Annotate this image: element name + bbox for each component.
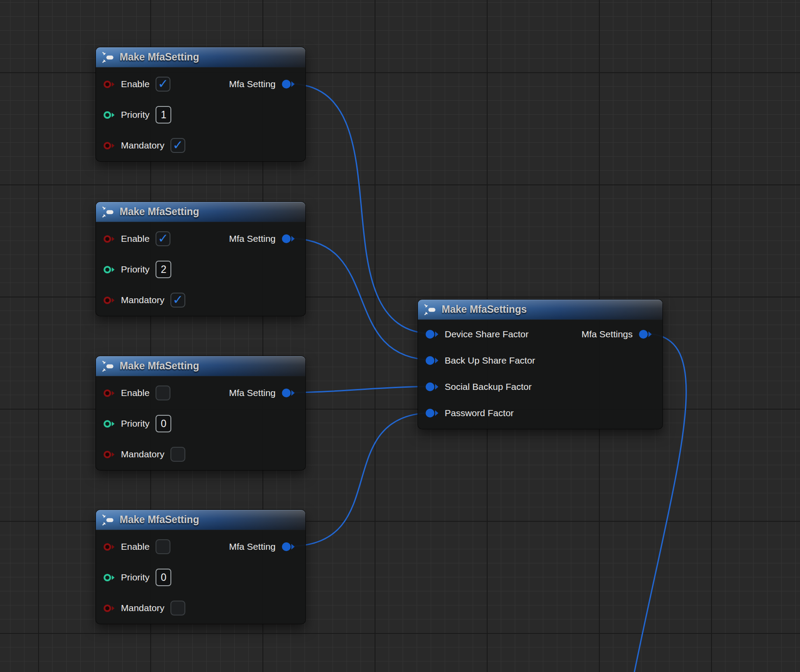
pin-label: Mfa Setting xyxy=(229,388,276,398)
bool-pin-icon-enable[interactable] xyxy=(103,234,115,244)
pin-label: Enable xyxy=(121,388,149,398)
input-pin-row-device-share-factor: Device Share Factor xyxy=(425,329,528,340)
bool-pin-icon-enable[interactable] xyxy=(103,389,115,398)
input-pin-row-mandatory: Mandatory xyxy=(103,601,185,615)
pin-label: Social Backup Factor xyxy=(445,382,531,392)
pin-label: Mandatory xyxy=(121,295,164,305)
input-pin-row-social-backup-factor: Social Backup Factor xyxy=(425,382,531,392)
struct-pin-icon-social-backup-factor[interactable] xyxy=(425,382,439,392)
node-title: Make MfaSetting xyxy=(120,360,199,372)
node-header-mfa-settings[interactable]: Make MfaSettings xyxy=(418,300,662,320)
struct-pin-icon-mfa-setting[interactable] xyxy=(281,541,295,552)
pin-label: Mfa Setting xyxy=(229,79,276,89)
pin-label: Priority xyxy=(121,264,149,275)
input-pin-row-priority: Priority0 xyxy=(103,415,171,432)
struct-pin-icon-password-factor[interactable] xyxy=(425,408,439,418)
pin-label: Password Factor xyxy=(445,408,514,418)
node-header-mfa-setting-1[interactable]: Make MfaSetting xyxy=(96,47,305,67)
checkmark-icon: ✓ xyxy=(158,232,168,245)
enable-checkbox[interactable]: ✓ xyxy=(156,77,170,92)
priority-value-field[interactable]: 0 xyxy=(156,569,171,586)
pin-label: Mfa Settings xyxy=(581,329,633,340)
bool-pin-icon-mandatory[interactable] xyxy=(103,296,115,305)
pin-label: Priority xyxy=(121,572,149,583)
int-pin-icon-priority[interactable] xyxy=(103,265,115,274)
output-pin-row-mfa-setting: Mfa Setting xyxy=(229,233,295,244)
blueprint-node-mfa-settings[interactable]: Make MfaSettingsDevice Share FactorBack … xyxy=(418,299,663,429)
wire-2[interactable] xyxy=(289,386,434,393)
mandatory-checkbox[interactable] xyxy=(170,601,185,615)
bool-pin-icon-mandatory[interactable] xyxy=(103,450,115,459)
bool-pin-icon-enable[interactable] xyxy=(103,80,115,89)
bool-pin-icon-enable[interactable] xyxy=(103,542,115,552)
node-title: Make MfaSettings xyxy=(442,304,527,315)
pin-label: Priority xyxy=(121,418,149,429)
wire-0[interactable] xyxy=(289,84,434,334)
priority-value-field[interactable]: 2 xyxy=(156,261,171,278)
pin-label: Device Share Factor xyxy=(445,329,528,340)
node-title: Make MfaSetting xyxy=(120,206,199,218)
pin-label: Mandatory xyxy=(121,603,164,613)
mandatory-checkbox[interactable]: ✓ xyxy=(170,293,185,308)
output-pin-row-mfa-setting: Mfa Setting xyxy=(229,79,295,89)
blueprint-node-mfa-setting-2[interactable]: Make MfaSettingEnable✓Priority2Mandatory… xyxy=(96,202,306,316)
input-pin-row-enable: Enable✓ xyxy=(103,77,170,92)
pin-label: Enable xyxy=(121,233,149,244)
node-header-mfa-setting-2[interactable]: Make MfaSetting xyxy=(96,202,305,222)
bool-pin-icon-mandatory[interactable] xyxy=(103,604,115,613)
pin-label: Back Up Share Factor xyxy=(445,355,535,366)
checkmark-icon: ✓ xyxy=(173,139,183,152)
node-header-mfa-setting-4[interactable]: Make MfaSetting xyxy=(96,510,305,530)
bool-pin-icon-mandatory[interactable] xyxy=(103,141,115,150)
pin-label: Mfa Setting xyxy=(229,541,276,552)
struct-pin-icon-mfa-setting[interactable] xyxy=(281,388,295,398)
node-header-mfa-setting-3[interactable]: Make MfaSetting xyxy=(96,356,305,376)
struct-pin-icon-device-share-factor[interactable] xyxy=(425,329,439,340)
output-pin-row-mfa-setting: Mfa Setting xyxy=(229,388,295,398)
blueprint-node-mfa-setting-3[interactable]: Make MfaSettingEnablePriority0MandatoryM… xyxy=(96,356,306,470)
make-struct-icon xyxy=(102,513,115,527)
blueprint-node-mfa-setting-4[interactable]: Make MfaSettingEnablePriority0MandatoryM… xyxy=(96,509,306,624)
node-title: Make MfaSetting xyxy=(120,51,199,63)
struct-pin-icon-mfa-setting[interactable] xyxy=(281,79,295,89)
input-pin-row-priority: Priority0 xyxy=(103,569,171,586)
blueprint-node-mfa-setting-1[interactable]: Make MfaSettingEnable✓Priority1Mandatory… xyxy=(96,47,306,162)
enable-checkbox[interactable] xyxy=(156,539,170,554)
pin-label: Mfa Setting xyxy=(229,233,276,244)
input-pin-row-priority: Priority1 xyxy=(103,106,171,124)
graph-canvas[interactable]: Make MfaSettingEnable✓Priority1Mandatory… xyxy=(0,0,800,672)
node-title: Make MfaSetting xyxy=(120,514,199,526)
enable-checkbox[interactable]: ✓ xyxy=(156,231,170,246)
input-pin-row-back-up-share-factor: Back Up Share Factor xyxy=(425,355,535,366)
input-pin-row-mandatory: Mandatory✓ xyxy=(103,138,185,153)
int-pin-icon-priority[interactable] xyxy=(103,573,115,582)
priority-value-field[interactable]: 1 xyxy=(156,106,171,124)
struct-pin-icon-mfa-setting[interactable] xyxy=(281,233,295,244)
output-pin-row-mfa-setting: Mfa Setting xyxy=(229,541,295,552)
checkmark-icon: ✓ xyxy=(173,294,183,306)
priority-value-field[interactable]: 0 xyxy=(156,415,171,432)
struct-pin-icon-mfa-settings[interactable] xyxy=(638,329,652,340)
make-struct-icon xyxy=(102,205,115,219)
pin-label: Enable xyxy=(121,541,149,552)
input-pin-row-mandatory: Mandatory✓ xyxy=(103,293,185,308)
input-pin-row-priority: Priority2 xyxy=(103,261,171,278)
output-pin-row-mfa-settings: Mfa Settings xyxy=(581,329,652,340)
int-pin-icon-priority[interactable] xyxy=(103,110,115,120)
int-pin-icon-priority[interactable] xyxy=(103,419,115,428)
pin-label: Enable xyxy=(121,79,149,89)
checkmark-icon: ✓ xyxy=(158,78,168,90)
make-struct-icon xyxy=(102,360,115,373)
make-struct-icon xyxy=(424,303,437,316)
wire-3[interactable] xyxy=(289,413,434,546)
pin-label: Mandatory xyxy=(121,449,164,460)
wire-1[interactable] xyxy=(289,238,434,360)
mandatory-checkbox[interactable]: ✓ xyxy=(170,138,185,153)
pin-label: Priority xyxy=(121,110,149,120)
mandatory-checkbox[interactable] xyxy=(170,447,185,462)
enable-checkbox[interactable] xyxy=(156,386,170,400)
pin-label: Mandatory xyxy=(121,140,164,151)
input-pin-row-enable: Enable xyxy=(103,386,170,400)
struct-pin-icon-back-up-share-factor[interactable] xyxy=(425,355,439,366)
input-pin-row-mandatory: Mandatory xyxy=(103,447,185,462)
